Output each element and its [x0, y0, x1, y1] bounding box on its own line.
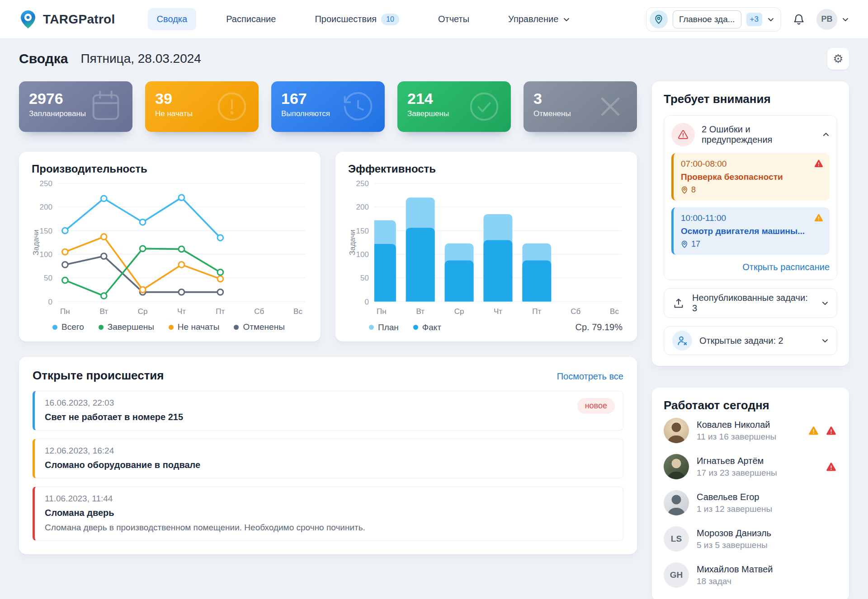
person-row[interactable]: Савельев Егор 1 из 12 завершены — [664, 485, 837, 521]
avatar — [664, 418, 689, 443]
right-column: Требует внимания 2 Ошибки и предупрежден… — [652, 81, 849, 599]
incident-row[interactable]: 16.06.2023, 22:03 Свет не работает в ном… — [33, 391, 623, 431]
working-today-panel: Работают сегодня Ковалев Николай 11 из 1… — [652, 388, 849, 599]
warning-triangle-icon — [807, 425, 820, 436]
today-title: Работают сегодня — [664, 398, 837, 412]
charts-row: Производительность 050100150200250ПнВтСр… — [19, 152, 637, 342]
open-schedule-link[interactable]: Открыть расписание — [742, 262, 830, 272]
error-triangle-icon — [813, 159, 824, 170]
error-triangle-icon — [825, 461, 837, 473]
chevron-down-icon — [767, 16, 774, 23]
x-icon — [591, 87, 630, 126]
incident-row[interactable]: 11.06.2023, 11:44 Сломана дверь Сломана … — [33, 487, 623, 541]
main-content: Сводка Пятница, 28.03.2024 ⚙ 2976 Заплан… — [0, 39, 868, 599]
svg-text:Чт: Чт — [494, 307, 502, 316]
svg-text:Задачи: Задачи — [32, 229, 40, 255]
svg-text:Вс: Вс — [293, 307, 302, 316]
brand-name: TARGPatrol — [43, 12, 115, 27]
location-pin-icon — [650, 10, 668, 28]
efficiency-chart-card: Эффективность 050100150200250ПнВтСрЧтПтС… — [335, 152, 637, 342]
incidents-title: Открыте происшестия — [33, 369, 164, 383]
efficiency-legend: ПланФакт Ср. 79.19% — [348, 322, 624, 332]
history-icon — [339, 87, 377, 126]
page-date: Пятница, 28.03.2024 — [80, 51, 201, 66]
svg-text:Сб: Сб — [571, 307, 580, 316]
svg-text:Пн: Пн — [377, 307, 387, 316]
nav-schedule[interactable]: Расписание — [217, 8, 285, 30]
person-row[interactable]: Игнатьев Артём 17 из 23 завершены — [664, 449, 837, 485]
alert-item[interactable]: 07:00-08:00 Проверка безопасности 8 — [671, 153, 830, 201]
person-row[interactable]: Ковалев Николай 11 из 16 завершены — [664, 412, 837, 449]
main-nav: Сводка Расписание Происшествия 10 Отчеты… — [148, 8, 580, 31]
person-row[interactable]: LS Морозов Даниэль 5 из 5 завершены — [664, 521, 837, 557]
notifications-button[interactable] — [792, 12, 806, 27]
unpublished-tasks-row[interactable]: Неопубликованные задачи: 3 — [664, 288, 837, 318]
svg-text:Вт: Вт — [99, 307, 108, 316]
svg-text:Сб: Сб — [254, 307, 264, 316]
open-incidents-card: Открыте происшестия Посмотреть все 16.06… — [19, 357, 637, 554]
svg-text:Задачи: Задачи — [348, 229, 357, 255]
chevron-down-icon — [563, 16, 570, 23]
chevron-down-icon — [821, 300, 829, 307]
brand-logo-icon — [19, 9, 37, 29]
svg-text:250: 250 — [356, 179, 369, 188]
svg-text:Ср: Ср — [454, 307, 464, 316]
svg-text:250: 250 — [40, 179, 52, 188]
stat-card-in-progress: 167 Выполняются — [271, 81, 385, 132]
user-menu[interactable]: РВ — [816, 9, 849, 30]
location-selector[interactable]: Главное зда... +3 — [646, 7, 781, 32]
svg-text:150: 150 — [40, 227, 52, 235]
svg-text:Пт: Пт — [532, 307, 541, 316]
errors-group-toggle[interactable]: 2 Ошибки и предупреждения — [671, 123, 830, 146]
avatar-initials: LS — [664, 526, 689, 552]
svg-text:Пн: Пн — [60, 307, 70, 316]
map-pin-icon — [681, 240, 688, 248]
avatar — [664, 454, 689, 479]
upload-icon — [672, 297, 685, 309]
productivity-chart-card: Производительность 050100150200250ПнВтСр… — [19, 152, 321, 342]
check-circle-icon — [465, 87, 504, 126]
svg-text:Вт: Вт — [416, 307, 425, 316]
person-row[interactable]: GH Михайлов Матвей 18 задач — [664, 557, 837, 593]
incident-row[interactable]: 12.06.2023, 16:24 Сломано оборудование в… — [33, 439, 623, 478]
avatar — [664, 490, 689, 515]
bell-icon — [792, 12, 806, 27]
view-all-link[interactable]: Посмотреть все — [557, 371, 623, 382]
nav-incidents[interactable]: Происшествия 10 — [306, 8, 408, 31]
alert-item[interactable]: 10:00-11:00 Осмотр двигателя машины... 1… — [671, 207, 830, 255]
svg-text:Вс: Вс — [610, 307, 619, 316]
chart-title: Эффективность — [348, 163, 624, 175]
location-value: Главное зда... — [673, 10, 741, 28]
avatar-initials: GH — [664, 562, 689, 588]
svg-text:200: 200 — [356, 203, 369, 211]
efficiency-bar-chart: 050100150200250ПнВтСрЧтПтСбВсЗадачи — [348, 177, 624, 319]
open-tasks-row[interactable]: Открытые задачи: 2 — [664, 326, 837, 355]
brand[interactable]: TARGPatrol — [19, 9, 115, 29]
svg-text:200: 200 — [40, 203, 52, 211]
svg-text:Пт: Пт — [216, 307, 225, 316]
left-column: 2976 Запланированы 39 Не начаты 167 Выпо… — [19, 81, 637, 599]
stat-card-cancelled: 3 Отменены — [524, 81, 637, 132]
stats-row: 2976 Запланированы 39 Не начаты 167 Выпо… — [19, 81, 637, 132]
exclamation-circle-icon — [212, 87, 251, 126]
new-badge: новое — [577, 398, 615, 414]
error-triangle-icon — [825, 425, 837, 436]
svg-text:50: 50 — [44, 274, 52, 282]
errors-group: 2 Ошибки и предупреждения 07:00-08:00 Пр… — [664, 115, 837, 280]
header-right: Главное зда... +3 РВ — [646, 7, 849, 32]
nav-management[interactable]: Управление — [499, 8, 579, 30]
incidents-count-badge: 10 — [381, 14, 399, 25]
warning-triangle-icon — [813, 213, 824, 225]
productivity-line-chart: 050100150200250ПнВтСрЧтПтСбВсЗадачи — [32, 177, 308, 319]
top-nav: TARGPatrol Сводка Расписание Происшестви… — [0, 0, 868, 39]
svg-text:100: 100 — [356, 250, 369, 259]
stat-card-planned: 2976 Запланированы — [19, 81, 132, 132]
settings-button[interactable]: ⚙ — [827, 48, 849, 70]
chevron-down-icon — [842, 16, 849, 23]
calendar-icon — [86, 87, 125, 126]
chevron-down-icon — [821, 337, 829, 344]
svg-text:Чт: Чт — [177, 307, 186, 316]
chart-title: Производительность — [32, 163, 308, 175]
nav-summary[interactable]: Сводка — [148, 8, 197, 30]
nav-reports[interactable]: Отчеты — [429, 8, 478, 30]
